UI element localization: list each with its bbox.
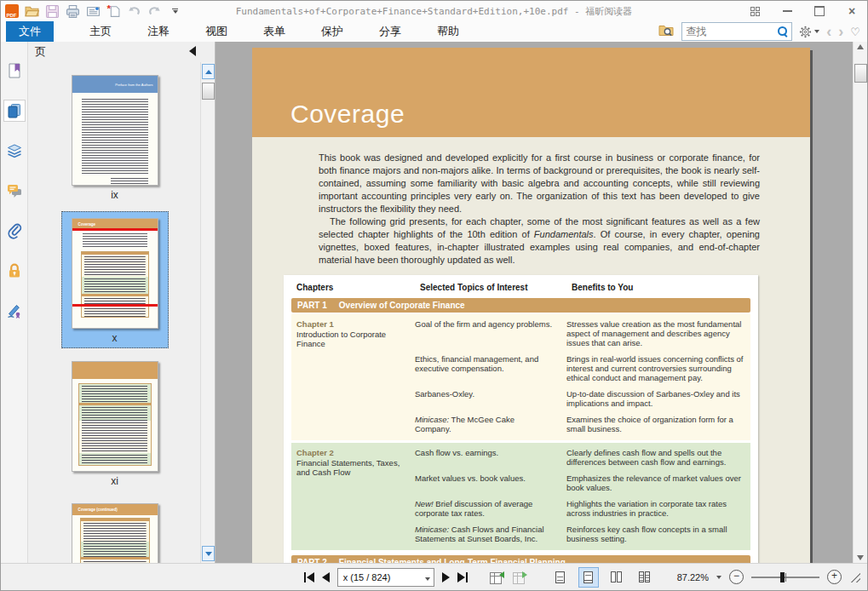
tab-protect[interactable]: 保护 bbox=[321, 24, 343, 39]
previous-page-button[interactable] bbox=[322, 569, 330, 586]
coverage-table: Chapters Selected Topics of Interest Ben… bbox=[284, 275, 758, 563]
thumb-scroll-down-icon[interactable] bbox=[202, 546, 215, 561]
foxit-reader-window: Fundamentals+of+Corporate+Finance+Standa… bbox=[0, 0, 868, 591]
zoom-out-button[interactable]: − bbox=[729, 570, 744, 584]
zoom-in-button[interactable]: + bbox=[827, 570, 842, 584]
search-icon[interactable] bbox=[777, 26, 789, 37]
arrange-windows-icon[interactable] bbox=[748, 4, 762, 18]
zoom-slider[interactable] bbox=[751, 571, 819, 583]
undo-icon[interactable] bbox=[127, 4, 141, 19]
tab-home[interactable]: 主页 bbox=[89, 24, 112, 39]
security-icon[interactable] bbox=[4, 261, 25, 281]
email-icon[interactable] bbox=[86, 4, 101, 19]
next-page-button[interactable] bbox=[442, 569, 450, 586]
thumbnail-list: Preface from the Authors ix Coverage bbox=[28, 62, 201, 563]
thumb-xii-header: Coverage (continued) bbox=[72, 504, 158, 515]
digital-signature-icon[interactable] bbox=[4, 301, 25, 321]
foxit-logo-icon[interactable]: PDF bbox=[4, 4, 19, 19]
tab-form[interactable]: 表单 bbox=[263, 24, 285, 39]
thumb-label: x bbox=[112, 332, 118, 344]
doc-scrollbar-thumb[interactable] bbox=[854, 64, 867, 83]
part2-header: PART 2 Financial Statements and Long-Ter… bbox=[291, 555, 750, 563]
thumbnail-page-x-selected[interactable]: Coverage x bbox=[61, 211, 169, 348]
search-settings-button[interactable] bbox=[799, 26, 819, 38]
col-header-benefits: Benefits to You bbox=[572, 283, 750, 292]
page-box-caret-icon[interactable] bbox=[422, 572, 434, 582]
current-view-rectangle[interactable] bbox=[72, 228, 158, 307]
thumb-label: ix bbox=[111, 189, 118, 201]
page-number-value: x (15 / 824) bbox=[338, 572, 422, 582]
page-thumbnails-icon[interactable] bbox=[4, 100, 25, 121]
favorite-icon[interactable]: ♡ bbox=[850, 26, 860, 38]
part1-header: PART 1 Overview of Corporate Finance bbox=[291, 298, 750, 313]
previous-view-button[interactable] bbox=[488, 571, 503, 584]
open-file-icon[interactable] bbox=[25, 4, 39, 19]
page-number-box[interactable]: x (15 / 824) bbox=[337, 568, 434, 587]
zoom-caret-icon[interactable] bbox=[716, 576, 721, 579]
search-input[interactable] bbox=[682, 26, 777, 37]
collapse-panel-icon[interactable] bbox=[189, 46, 196, 56]
svg-text:*: * bbox=[107, 4, 112, 14]
first-page-button[interactable] bbox=[304, 569, 314, 586]
zoom-percentage: 87.22% bbox=[677, 572, 709, 582]
doc-scroll-down-icon[interactable] bbox=[854, 555, 867, 560]
benefit-cell: Examines the choice of organization form… bbox=[566, 415, 745, 433]
pdf-page: Coverage This book was designed and deve… bbox=[252, 48, 810, 563]
tab-file[interactable]: 文件 bbox=[6, 21, 54, 42]
new-document-icon[interactable]: * bbox=[106, 4, 121, 19]
benefit-cell: Stresses value creation as the most fund… bbox=[566, 319, 745, 347]
redo-icon[interactable] bbox=[147, 4, 162, 19]
comments-icon[interactable] bbox=[4, 181, 25, 201]
close-icon[interactable]: × bbox=[845, 4, 859, 18]
thumbnail-page-xi[interactable]: xi bbox=[62, 355, 168, 491]
save-icon[interactable] bbox=[45, 4, 60, 19]
thumbnail-page-ix[interactable]: Preface from the Authors ix bbox=[62, 69, 168, 204]
thumb-scroll-up-icon[interactable] bbox=[202, 64, 215, 79]
continuous-facing-layout-button[interactable] bbox=[635, 567, 655, 588]
benefit-cell: Clearly defines cash flow and spells out… bbox=[566, 448, 745, 467]
next-view-button[interactable] bbox=[511, 571, 526, 584]
topic-cell: Minicase: The McGee Cake Company. bbox=[415, 415, 566, 433]
window-controls: × bbox=[748, 1, 859, 21]
paragraph-2: The following grid presents, for each ch… bbox=[319, 215, 760, 267]
continuous-layout-button[interactable] bbox=[578, 567, 599, 588]
topic-cell: Cash flow vs. earnings. bbox=[415, 448, 566, 467]
page-title: Coverage bbox=[290, 100, 405, 129]
search-folder-icon[interactable] bbox=[658, 23, 675, 41]
zoom-slider-handle[interactable] bbox=[780, 572, 785, 582]
table-header-row: Chapters Selected Topics of Interest Ben… bbox=[284, 278, 758, 298]
last-page-button[interactable] bbox=[457, 569, 468, 586]
tab-comment[interactable]: 注释 bbox=[147, 24, 170, 39]
thumb-label: xi bbox=[111, 475, 118, 487]
tab-view[interactable]: 视图 bbox=[205, 24, 227, 39]
thumbnail-scrollbar[interactable] bbox=[200, 62, 215, 563]
customize-toolbar-icon[interactable] bbox=[168, 4, 182, 19]
pages-panel-title: 页 bbox=[28, 42, 215, 62]
intro-paragraphs: This book was designed and developed exp… bbox=[319, 152, 760, 267]
minimize-icon[interactable] bbox=[780, 4, 794, 18]
topic-cell: Sarbanes-Oxley. bbox=[415, 389, 566, 408]
find-previous-icon[interactable]: ‹ bbox=[826, 24, 831, 39]
facing-layout-button[interactable] bbox=[606, 567, 627, 588]
maximize-icon[interactable] bbox=[813, 4, 826, 18]
gear-caret-icon bbox=[814, 30, 819, 33]
print-icon[interactable] bbox=[66, 4, 80, 19]
find-next-icon[interactable]: › bbox=[838, 24, 843, 39]
benefit-cell: Highlights the variation in corporate ta… bbox=[566, 499, 745, 518]
topic-cell: Minicase: Cash Flows and Financial State… bbox=[415, 525, 566, 543]
single-page-layout-button[interactable] bbox=[550, 567, 571, 588]
layers-icon[interactable] bbox=[4, 141, 25, 161]
pages-panel: 页 Preface from the Authors ix Coverage bbox=[28, 42, 216, 563]
doc-scroll-up-icon[interactable] bbox=[854, 44, 867, 49]
main-area: 页 Preface from the Authors ix Coverage bbox=[1, 42, 867, 563]
bookmarks-icon[interactable] bbox=[4, 60, 25, 81]
document-scrollbar[interactable] bbox=[853, 42, 867, 563]
tab-help[interactable]: 帮助 bbox=[437, 24, 459, 39]
thumb-ix-header: Preface from the Authors bbox=[72, 76, 158, 93]
thumb-scrollbar-thumb[interactable] bbox=[202, 83, 215, 100]
chapter2-title-cell: Chapter 2 Financial Statements, Taxes, a… bbox=[296, 448, 415, 543]
resize-grip-icon[interactable] bbox=[849, 571, 860, 582]
thumbnail-page-xii[interactable]: Coverage (continued) bbox=[62, 497, 168, 563]
attachments-icon[interactable] bbox=[4, 221, 25, 241]
tab-share[interactable]: 分享 bbox=[379, 24, 401, 39]
